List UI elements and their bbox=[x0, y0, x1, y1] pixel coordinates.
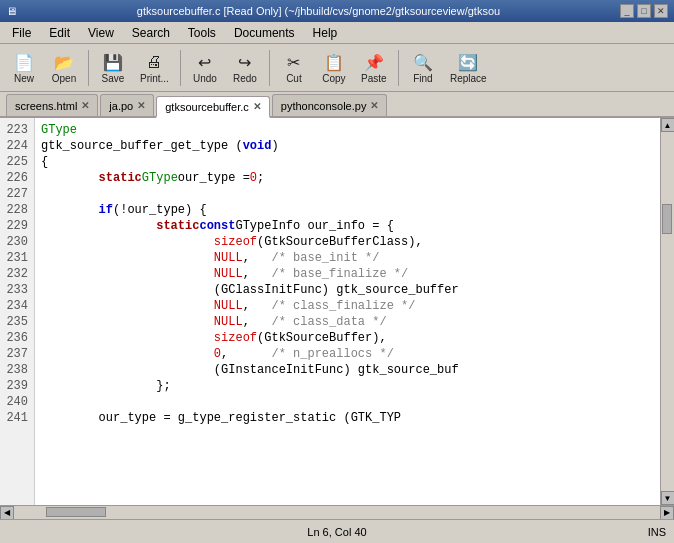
scroll-down-arrow[interactable]: ▼ bbox=[661, 491, 675, 505]
menu-documents[interactable]: Documents bbox=[226, 24, 303, 42]
titlebar-icon: 🖥 bbox=[6, 5, 17, 17]
hscroll-track[interactable] bbox=[14, 507, 660, 519]
replace-label: Replace bbox=[450, 73, 487, 84]
menu-tools[interactable]: Tools bbox=[180, 24, 224, 42]
open-icon: 📂 bbox=[53, 51, 75, 73]
statusbar-mode: INS bbox=[447, 526, 666, 538]
paste-button[interactable]: 📌 Paste bbox=[356, 48, 392, 88]
tab-gtksourcebuffer-label: gtksourcebuffer.c bbox=[165, 101, 249, 113]
minimize-button[interactable]: _ bbox=[620, 4, 634, 18]
tab-screens-html[interactable]: screens.html ✕ bbox=[6, 94, 98, 116]
tab-pythonconsole-label: pythonconsole.py bbox=[281, 100, 367, 112]
paste-label: Paste bbox=[361, 73, 387, 84]
find-label: Find bbox=[413, 73, 432, 84]
tab-pythonconsole-close[interactable]: ✕ bbox=[370, 100, 378, 111]
scroll-thumb[interactable] bbox=[662, 204, 672, 234]
replace-icon: 🔄 bbox=[457, 51, 479, 73]
cut-button[interactable]: ✂ Cut bbox=[276, 48, 312, 88]
scroll-right-arrow[interactable]: ▶ bbox=[660, 506, 674, 520]
scroll-track[interactable] bbox=[662, 132, 674, 491]
titlebar-buttons: _ □ ✕ bbox=[620, 4, 668, 18]
save-label: Save bbox=[102, 73, 125, 84]
statusbar-position: Ln 6, Col 40 bbox=[227, 526, 446, 538]
paste-icon: 📌 bbox=[363, 51, 385, 73]
code-line-239: }; bbox=[41, 378, 654, 394]
tab-ja-po-label: ja.po bbox=[109, 100, 133, 112]
tab-gtksourcebuffer-close[interactable]: ✕ bbox=[253, 101, 261, 112]
code-line-241: our_type = g_type_register_static (GTK_T… bbox=[41, 410, 654, 426]
toolbar: 📄 New 📂 Open 💾 Save 🖨 Print... ↩ Undo ↪ … bbox=[0, 44, 674, 92]
code-line-231: NULL, /* base_init */ bbox=[41, 250, 654, 266]
separator-3 bbox=[269, 50, 270, 86]
print-icon: 🖨 bbox=[143, 51, 165, 73]
cut-label: Cut bbox=[286, 73, 302, 84]
line-numbers: 223 224 225 226 227 228 229 230 231 232 … bbox=[0, 118, 35, 505]
code-line-236: sizeof (GtkSourceBuffer), bbox=[41, 330, 654, 346]
find-button[interactable]: 🔍 Find bbox=[405, 48, 441, 88]
code-line-226: static GType our_type = 0; bbox=[41, 170, 654, 186]
menu-search[interactable]: Search bbox=[124, 24, 178, 42]
open-button[interactable]: 📂 Open bbox=[46, 48, 82, 88]
undo-button[interactable]: ↩ Undo bbox=[187, 48, 223, 88]
cut-icon: ✂ bbox=[283, 51, 305, 73]
menu-view[interactable]: View bbox=[80, 24, 122, 42]
hscroll-thumb[interactable] bbox=[46, 507, 106, 517]
code-line-225: { bbox=[41, 154, 654, 170]
undo-icon: ↩ bbox=[194, 51, 216, 73]
code-line-237: 0, /* n_preallocs */ bbox=[41, 346, 654, 362]
tab-screens-html-label: screens.html bbox=[15, 100, 77, 112]
horizontal-scrollbar[interactable]: ◀ ▶ bbox=[0, 505, 674, 519]
open-label: Open bbox=[52, 73, 76, 84]
separator-4 bbox=[398, 50, 399, 86]
scroll-left-arrow[interactable]: ◀ bbox=[0, 506, 14, 520]
undo-label: Undo bbox=[193, 73, 217, 84]
code-line-232: NULL, /* base_finalize */ bbox=[41, 266, 654, 282]
tab-gtksourcebuffer[interactable]: gtksourcebuffer.c ✕ bbox=[156, 96, 270, 118]
copy-label: Copy bbox=[322, 73, 345, 84]
editor: 223 224 225 226 227 228 229 230 231 232 … bbox=[0, 118, 674, 505]
statusbar: Ln 6, Col 40 INS bbox=[0, 519, 674, 543]
tab-bar: screens.html ✕ ja.po ✕ gtksourcebuffer.c… bbox=[0, 92, 674, 118]
vertical-scrollbar[interactable]: ▲ ▼ bbox=[660, 118, 674, 505]
code-line-228: if (!our_type) { bbox=[41, 202, 654, 218]
replace-button[interactable]: 🔄 Replace bbox=[445, 48, 492, 88]
menu-help[interactable]: Help bbox=[305, 24, 346, 42]
tab-ja-po[interactable]: ja.po ✕ bbox=[100, 94, 154, 116]
redo-icon: ↪ bbox=[234, 51, 256, 73]
redo-button[interactable]: ↪ Redo bbox=[227, 48, 263, 88]
maximize-button[interactable]: □ bbox=[637, 4, 651, 18]
new-button[interactable]: 📄 New bbox=[6, 48, 42, 88]
print-label: Print... bbox=[140, 73, 169, 84]
menubar: File Edit View Search Tools Documents He… bbox=[0, 22, 674, 44]
save-icon: 💾 bbox=[102, 51, 124, 73]
separator-2 bbox=[180, 50, 181, 86]
scroll-up-arrow[interactable]: ▲ bbox=[661, 118, 675, 132]
code-content[interactable]: GType gtk_source_buffer_get_type (void) … bbox=[35, 118, 660, 505]
redo-label: Redo bbox=[233, 73, 257, 84]
tab-pythonconsole[interactable]: pythonconsole.py ✕ bbox=[272, 94, 388, 116]
code-line-223: GType bbox=[41, 122, 654, 138]
titlebar-title: gtksourcebuffer.c [Read Only] (~/jhbuild… bbox=[137, 5, 500, 17]
code-line-230: sizeof (GtkSourceBufferClass), bbox=[41, 234, 654, 250]
menu-file[interactable]: File bbox=[4, 24, 39, 42]
tab-screens-html-close[interactable]: ✕ bbox=[81, 100, 89, 111]
new-icon: 📄 bbox=[13, 51, 35, 73]
menu-edit[interactable]: Edit bbox=[41, 24, 78, 42]
code-line-235: NULL, /* class_data */ bbox=[41, 314, 654, 330]
copy-button[interactable]: 📋 Copy bbox=[316, 48, 352, 88]
tab-ja-po-close[interactable]: ✕ bbox=[137, 100, 145, 111]
new-label: New bbox=[14, 73, 34, 84]
code-line-233: (GClassInitFunc) gtk_source_buffer bbox=[41, 282, 654, 298]
code-line-234: NULL, /* class_finalize */ bbox=[41, 298, 654, 314]
find-icon: 🔍 bbox=[412, 51, 434, 73]
save-button[interactable]: 💾 Save bbox=[95, 48, 131, 88]
print-button[interactable]: 🖨 Print... bbox=[135, 48, 174, 88]
titlebar: 🖥 gtksourcebuffer.c [Read Only] (~/jhbui… bbox=[0, 0, 674, 22]
code-line-224: gtk_source_buffer_get_type (void) bbox=[41, 138, 654, 154]
close-button[interactable]: ✕ bbox=[654, 4, 668, 18]
copy-icon: 📋 bbox=[323, 51, 345, 73]
code-line-240 bbox=[41, 394, 654, 410]
separator-1 bbox=[88, 50, 89, 86]
code-line-227 bbox=[41, 186, 654, 202]
code-line-238: (GInstanceInitFunc) gtk_source_buf bbox=[41, 362, 654, 378]
